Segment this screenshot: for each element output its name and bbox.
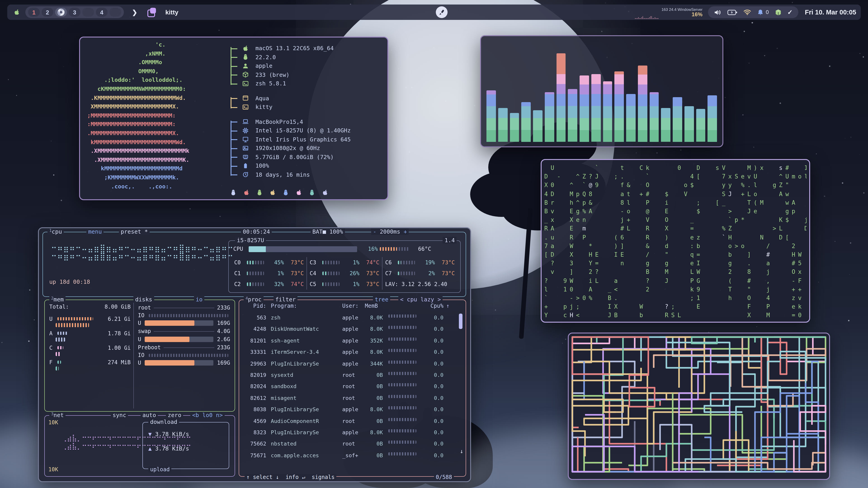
matrix-row: D - ^Z?J ;. ` 4[ 7xSevU ^Umol [544, 172, 807, 181]
sort-direction-icon[interactable]: ↑ [446, 303, 450, 309]
process-panel: 4proc filter tree < cpu lazy > Pid: Prog… [239, 300, 466, 477]
mem-total: Total:8.00 GiB [49, 304, 131, 313]
microphone-badge[interactable] [436, 6, 447, 18]
tree-toggle[interactable]: tree [373, 296, 390, 303]
core-row-C5: C51%73°C [310, 279, 379, 290]
process-row[interactable]: 4248DiskUnmountWatcapple8.0K0.0 [243, 324, 455, 336]
info-row: 22.2.0 [241, 53, 383, 61]
process-row[interactable]: 75671com.apple.acces_sof+0B0.0 [243, 450, 455, 462]
package-icon [241, 72, 250, 78]
workspace-1[interactable]: 1 [28, 8, 40, 17]
package-status-icon[interactable] [775, 9, 781, 15]
matrix-row: 7a W * )] & d :b o>o / 2 d [544, 242, 807, 250]
net-scale-bottom: 10K [49, 466, 58, 473]
disks-toggle[interactable]: disks [133, 296, 154, 303]
workspace-chrome[interactable] [55, 8, 67, 17]
info-row: Intel Iris Plus Graphics 645 [241, 135, 383, 144]
upload-label: upload [148, 466, 172, 473]
cpu-total-bar [248, 246, 357, 252]
process-row[interactable]: 75662nbstatedroot0B0.0 [243, 439, 455, 451]
spectrum-bar-4 [522, 102, 531, 142]
matrix-row: Bv Eg%A -o @ E $ > Je gp `I [544, 207, 807, 216]
process-scrollbar[interactable] [459, 314, 463, 451]
notification-bell-icon[interactable] [757, 9, 764, 15]
cpu-panel: 1cpu menu preset * 00:05:24 BAT■ 100% - … [42, 232, 466, 297]
info-row: macOS 13.1 22C65 x86_64 [241, 44, 383, 53]
uptime-label: up 18d 00:18 [49, 278, 90, 285]
info-value: MacBookPro15,4 [255, 119, 303, 125]
workspace-empty[interactable] [110, 8, 121, 17]
net-zero-button[interactable]: zero [166, 412, 183, 418]
filter-button[interactable]: filter [274, 296, 298, 303]
info-row: 1920x1080@2x @ 60Hz [241, 144, 383, 153]
net-sync-button[interactable]: sync [111, 412, 128, 418]
process-row[interactable]: 29963PlugInLibrarySeapple344K0.0 [243, 359, 455, 370]
process-row[interactable]: 82612misagentroot0B0.0 [243, 393, 455, 404]
laptop-icon [241, 119, 250, 125]
info-value: kitty [255, 104, 272, 110]
cpu-percent-label: 16% [661, 12, 702, 17]
upload-arrow-icon: ▲ [148, 445, 152, 452]
spectrum-bar-15 [649, 92, 659, 142]
volume-icon[interactable] [714, 9, 721, 15]
preset-button[interactable]: preset * [119, 228, 150, 235]
system-info-list: macOS 13.1 22C65 x86_6422.2.0apple233 (b… [229, 44, 383, 185]
cpu-total-temp: 66°C [410, 246, 431, 252]
spectrum-bars [487, 41, 717, 142]
cpu-stats-widget[interactable]: 163 24.4 WindowServer 16% ⣀⣠⣀⣴⣀⣀⣠⣶⣀⣄⣀ [661, 7, 702, 17]
io-toggle[interactable]: io [194, 296, 204, 303]
check-icon[interactable]: ✓ [787, 8, 793, 16]
process-row[interactable]: 563zshapple8.0K0.0 [243, 313, 455, 324]
info-value: Intel Iris Plus Graphics 645 [255, 136, 350, 143]
wifi-icon[interactable] [743, 9, 751, 15]
matrix-row: v ] 2? B M LW 2 8 j Ox B [544, 268, 807, 276]
process-row[interactable]: 8038PlugInLibrarySeapple8.0K0.0 [243, 404, 455, 416]
user-icon [241, 63, 250, 69]
apple-icon [241, 45, 250, 52]
cpu-history-graph: ⠒⠶⣶⠶⠒⠤⣤⣶⣿⣶⣤⠶⠒⠤⣤⣶⠶⣶⣤⠒⠶⣿⣶⠶⠤⠒⣤⣶⠶⠒⠒⠶⣶⠶⠒⠤⣤⣶⣿⣶… [51, 244, 227, 260]
mem-stat-A: A1.78 Gi [49, 330, 131, 341]
apple-icon [243, 189, 250, 196]
workspace-switcher: 1234 [25, 6, 124, 18]
spectrum-bar-18 [684, 106, 694, 142]
scroll-down-icon[interactable]: ↓ [460, 448, 463, 455]
kitty-app-icon[interactable] [147, 8, 156, 17]
status-icons: 0 ✓ [708, 6, 799, 18]
mem-panel-title: mem [54, 296, 64, 303]
process-row[interactable]: 82024sandboxdroot0B0.0 [243, 382, 455, 393]
sort-selector[interactable]: < cpu lazy > [398, 296, 443, 303]
battery-charging-icon[interactable] [727, 9, 737, 15]
btop-monitor-window: 1cpu menu preset * 00:05:24 BAT■ 100% - … [38, 227, 471, 482]
cpu-total-pct: 16% [357, 246, 378, 252]
matrix-row: [D X HE IE / " q= b ] # HW 3 [544, 250, 807, 259]
workspace-2[interactable]: 2 [41, 8, 53, 17]
upload-speed: 3.78 KiB/s [155, 445, 189, 452]
spectrum-bar-12 [615, 71, 624, 142]
penguin-icon [256, 189, 263, 196]
info-value: zsh 5.8.1 [255, 80, 286, 87]
process-row[interactable]: 81201ssh-agentapple352K0.0 [243, 336, 455, 347]
matrix-row: U ` t Ck 0 D sV M)x s# IL 9f [544, 164, 807, 172]
workspace-empty[interactable] [82, 8, 94, 17]
menu-clock[interactable]: Fri 10. Mar 00:05 [805, 8, 856, 16]
matrix-row: _x Xen j+ V O _ `p* K$ jr [544, 216, 807, 224]
spectrum-bar-14 [638, 65, 647, 142]
process-row[interactable]: 82019sysextdroot0B0.0 [243, 370, 455, 382]
net-interface-selector[interactable]: <b lo0 n> [190, 412, 224, 418]
core-row-C2: C232%74°C [234, 279, 304, 290]
process-row[interactable]: 33331iTermServer-3.4apple8.0K0.0 [243, 347, 455, 359]
net-auto-button[interactable]: auto [141, 412, 158, 418]
apple-icon [322, 189, 328, 196]
update-interval-control[interactable]: - 2000ms + [371, 228, 409, 235]
workspace-3[interactable]: 3 [69, 8, 81, 17]
workspace-4[interactable]: 4 [96, 8, 107, 17]
penguin-icon [309, 189, 315, 196]
matrix-characters: U ` t Ck 0 D sV M)x s# IL 9fD - ^Z?J ;. … [544, 164, 807, 318]
apple-icon [296, 189, 302, 196]
download-label: download [148, 418, 179, 425]
process-row[interactable]: 4569AudioComponentRroot0B0.0 [243, 416, 455, 427]
cpu-icon [241, 127, 250, 134]
process-row[interactable]: 8323PlugInLibrarySeapple8.0K0.0 [243, 427, 455, 439]
menu-button[interactable]: menu [86, 228, 103, 235]
apple-menu-icon[interactable] [13, 9, 20, 15]
